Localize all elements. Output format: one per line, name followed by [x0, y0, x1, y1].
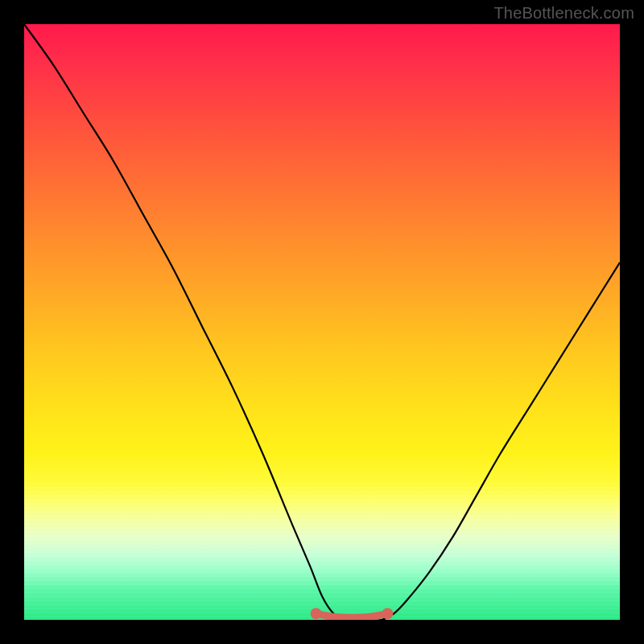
- watermark-text: TheBottleneck.com: [493, 4, 634, 23]
- curve-path: [24, 24, 620, 620]
- plot-area: [24, 24, 620, 620]
- optimal-range-endpoint: [382, 608, 393, 619]
- bottleneck-curve: [24, 24, 620, 620]
- chart-frame: TheBottleneck.com: [0, 0, 644, 644]
- optimal-range-endpoint: [311, 608, 322, 619]
